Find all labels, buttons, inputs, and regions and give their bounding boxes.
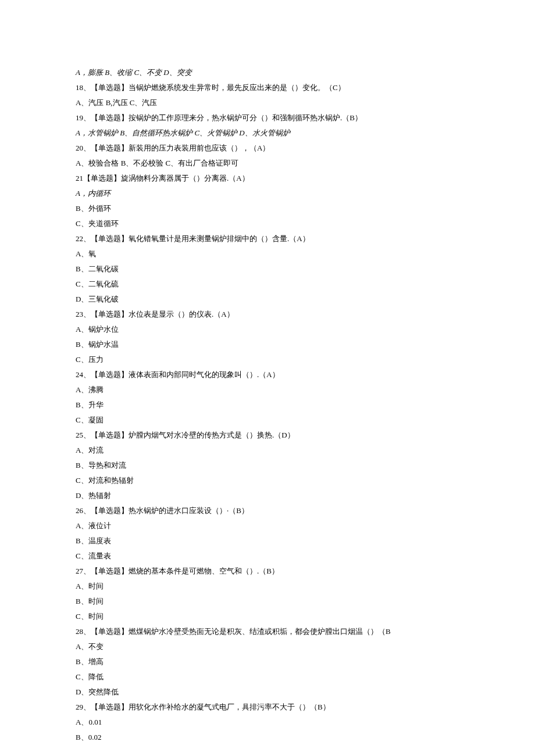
text-line: A、时间 <box>76 579 459 594</box>
text-line: D、突然降低 <box>76 685 459 700</box>
text-line: 26、【单选题】热水锅炉的进水口应装设（）·（B） <box>76 503 459 518</box>
text-line: 21【单选题】旋涡物料分离器属于（）分离器.（A） <box>76 171 459 186</box>
text-line: B、温度表 <box>76 533 459 549</box>
text-line: 28、【单选题】燃煤锅炉水冷壁受热面无论是积灰、结渣或积垢，都会使炉膛出口烟温（… <box>76 624 459 639</box>
text-line: A，膨胀 B、收缩 C、不变 D、突变 <box>76 65 459 80</box>
text-line: B、0.02 <box>76 730 459 745</box>
text-line: A，水管锅炉 B、自然循环热水锅炉 C、火管锅炉 D、水火管锅炉 <box>76 126 459 141</box>
text-line: A、对流 <box>76 443 459 458</box>
text-line: A、沸腾 <box>76 382 459 397</box>
text-line: 27、【单选题】燃烧的基本条件是可燃物、空气和（）.（B） <box>76 564 459 579</box>
text-line: C、时间 <box>76 609 459 624</box>
text-line: B、锅炉水温 <box>76 337 459 352</box>
text-line: D、热辐射 <box>76 488 459 503</box>
text-line: B、外循环 <box>76 201 459 216</box>
text-line: A、氧 <box>76 246 459 261</box>
text-line: C、夹道循环 <box>76 216 459 231</box>
text-line: A、不变 <box>76 639 459 654</box>
text-line: C、对流和热辐射 <box>76 473 459 488</box>
text-line: A、0.01 <box>76 715 459 730</box>
text-line: B、导热和对流 <box>76 458 459 473</box>
text-line: B、时间 <box>76 594 459 609</box>
text-line: 19、【单选题】按锅炉的工作原理来分，热水锅炉可分（）和强制循环热水锅炉.（B） <box>76 110 459 126</box>
text-line: 18、【单选题】当锅炉燃烧系统发生异常时，最先反应出来的是（）变化。（C） <box>76 80 459 95</box>
text-line: D、三氧化破 <box>76 292 459 307</box>
text-line: A、锅炉水位 <box>76 322 459 337</box>
text-line: 25、【单选题】炉膛内烟气对水冷壁的传热方式是（）换热.（D） <box>76 428 459 443</box>
text-line: 24、【单选题】液体表面和内部同时气化的现象叫（）.（A） <box>76 367 459 382</box>
text-line: C、压力 <box>76 352 459 367</box>
text-line: C、二氧化硫 <box>76 277 459 292</box>
text-line: B、增高 <box>76 654 459 669</box>
text-line: A，内循环 <box>76 186 459 201</box>
text-line: 29、【单选题】用软化水作补给水的凝气式电厂，具排污率不大于（）（B） <box>76 700 459 715</box>
text-line: 20、【单选题】新装用的压力表装用前也应该（），（A） <box>76 141 459 156</box>
text-line: A、校验合格 B、不必校验 C、有出厂合格证即可 <box>76 156 459 171</box>
text-line: C、流量表 <box>76 549 459 564</box>
text-line: B、二氧化碳 <box>76 261 459 277</box>
text-line: C、凝固 <box>76 413 459 428</box>
text-line: 23、【单选题】水位表是显示（）的仪表.（A） <box>76 307 459 322</box>
text-line: 22、【单选题】氧化错氧量计是用来测量锅炉排烟中的（）含量.（A） <box>76 231 459 246</box>
text-line: C、降低 <box>76 669 459 685</box>
document-body: A，膨胀 B、收缩 C、不变 D、突变18、【单选题】当锅炉燃烧系统发生异常时，… <box>76 65 459 745</box>
text-line: B、升华 <box>76 397 459 413</box>
text-line: A、液位计 <box>76 518 459 533</box>
text-line: A、汽压 B,汽压 C、汽压 <box>76 95 459 110</box>
